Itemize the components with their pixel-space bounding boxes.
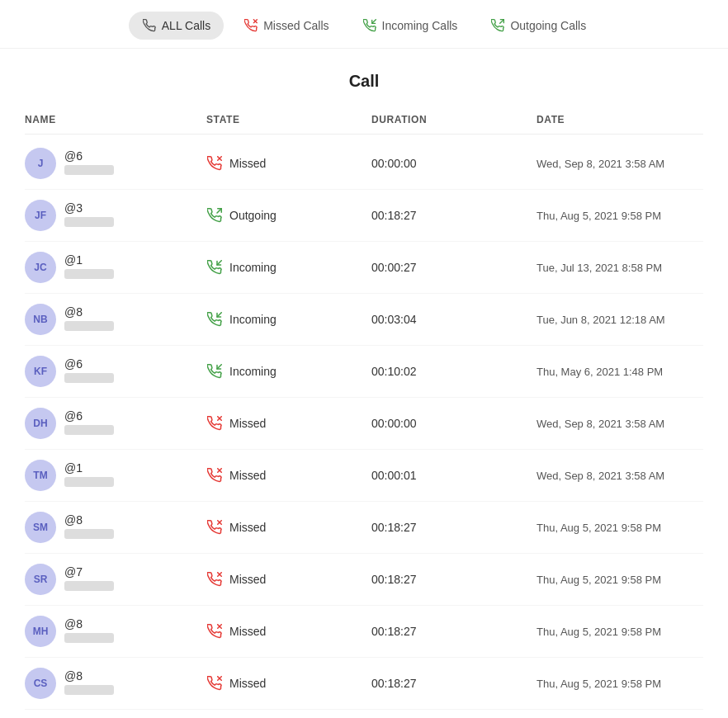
svg-line-9 bbox=[217, 365, 221, 369]
avatar: MH bbox=[25, 616, 56, 647]
col-header-date: DATE bbox=[537, 114, 703, 125]
col-header-state: STATE bbox=[206, 114, 371, 125]
state-icon-missed bbox=[206, 623, 223, 640]
date-cell: Thu, Aug 5, 2021 9:58 PM bbox=[537, 210, 703, 222]
state-cell: Missed bbox=[206, 415, 371, 432]
date-cell: Wed, Sep 8, 2021 3:58 AM bbox=[537, 418, 703, 430]
phone-number-blur bbox=[64, 165, 114, 175]
table-row[interactable]: NB @8 Incoming 00:03:04 Tue, Jun 8, 2021… bbox=[25, 294, 703, 346]
table-row[interactable]: KF @6 Incoming 00:10:02 Thu, May 6, 2021… bbox=[25, 346, 703, 398]
duration-cell: 00:18:27 bbox=[371, 677, 537, 690]
duration-cell: 00:18:27 bbox=[371, 209, 537, 222]
name-cell: SM @8 bbox=[25, 512, 206, 543]
table-row[interactable]: MH @8 Missed 00:18:27 Thu, Aug 5, 2021 9… bbox=[25, 606, 703, 658]
svg-line-7 bbox=[217, 261, 221, 265]
date-cell: Thu, Aug 5, 2021 9:58 PM bbox=[537, 522, 703, 534]
date-cell: Thu, Aug 5, 2021 9:58 PM bbox=[537, 626, 703, 638]
name-info: @8 bbox=[64, 669, 114, 697]
table-row[interactable]: DH @6 Missed 00:00:00 Wed, Sep 8, 2021 3… bbox=[25, 398, 703, 450]
table-row[interactable]: SM @8 Missed 00:18:27 Thu, Aug 5, 2021 9… bbox=[25, 502, 703, 554]
phone-incoming-icon bbox=[362, 18, 377, 33]
table-row[interactable]: CS @8 Missed 00:18:27 Thu, Aug 5, 2021 9… bbox=[25, 658, 703, 710]
contact-name: @7 bbox=[64, 565, 114, 579]
state-label: Incoming bbox=[229, 313, 277, 326]
state-icon-missed bbox=[206, 675, 223, 692]
contact-name: @8 bbox=[64, 669, 114, 683]
duration-cell: 00:18:27 bbox=[371, 521, 537, 534]
contact-name: @8 bbox=[64, 305, 114, 319]
state-label: Outgoing bbox=[229, 209, 277, 222]
contact-name: @6 bbox=[64, 409, 114, 423]
duration-cell: 00:10:02 bbox=[371, 365, 537, 378]
table-header: NAME STATE DURATION DATE bbox=[25, 107, 703, 135]
tab-all-calls[interactable]: ALL Calls bbox=[129, 12, 224, 40]
state-icon-incoming bbox=[206, 311, 223, 328]
table-row[interactable]: JC @1 Incoming 00:00:27 Tue, Jul 13, 202… bbox=[25, 242, 703, 294]
state-icon-incoming bbox=[206, 363, 223, 380]
tab-all-calls-label: ALL Calls bbox=[162, 19, 210, 32]
avatar: JF bbox=[25, 200, 56, 231]
contact-name: @8 bbox=[64, 617, 114, 631]
phone-number-blur bbox=[64, 321, 114, 331]
state-icon-missed bbox=[206, 571, 223, 588]
name-cell: MH @8 bbox=[25, 616, 206, 647]
svg-line-3 bbox=[500, 20, 504, 24]
duration-cell: 00:18:27 bbox=[371, 625, 537, 638]
duration-cell: 00:00:27 bbox=[371, 261, 537, 274]
phone-number-blur bbox=[64, 477, 114, 487]
tab-missed-calls[interactable]: Missed Calls bbox=[230, 12, 342, 40]
tab-incoming-calls[interactable]: Incoming Calls bbox=[349, 12, 471, 40]
col-header-name: NAME bbox=[25, 114, 206, 125]
name-info: @1 bbox=[64, 461, 114, 489]
state-label: Missed bbox=[229, 417, 266, 430]
name-cell: NB @8 bbox=[25, 304, 206, 335]
avatar: KF bbox=[25, 356, 56, 387]
state-label: Missed bbox=[229, 573, 266, 586]
name-info: @8 bbox=[64, 617, 114, 645]
date-cell: Tue, Jul 13, 2021 8:58 PM bbox=[537, 262, 703, 274]
phone-number-blur bbox=[64, 269, 114, 279]
state-icon-missed bbox=[206, 155, 223, 172]
name-info: @8 bbox=[64, 305, 114, 333]
table-row[interactable]: SB @2 Outgoing 00:18:27 Thu, Aug 5, 2021… bbox=[25, 710, 703, 718]
contact-name: @1 bbox=[64, 461, 114, 475]
table-row[interactable]: SR @7 Missed 00:18:27 Thu, Aug 5, 2021 9… bbox=[25, 554, 703, 606]
state-label: Incoming bbox=[229, 365, 277, 378]
duration-cell: 00:18:27 bbox=[371, 573, 537, 586]
tab-outgoing-calls-label: Outgoing Calls bbox=[510, 19, 586, 32]
phone-missed-icon bbox=[243, 18, 258, 33]
state-icon-missed bbox=[206, 415, 223, 432]
state-icon-incoming bbox=[206, 259, 223, 276]
duration-cell: 00:00:00 bbox=[371, 157, 537, 170]
state-cell: Incoming bbox=[206, 311, 371, 328]
name-info: @1 bbox=[64, 253, 114, 281]
svg-line-6 bbox=[217, 209, 221, 213]
date-cell: Wed, Sep 8, 2021 3:58 AM bbox=[537, 470, 703, 482]
page-title: Call bbox=[0, 49, 728, 107]
date-cell: Thu, Aug 5, 2021 9:58 PM bbox=[537, 678, 703, 690]
table-row[interactable]: JF @3 Outgoing 00:18:27 Thu, Aug 5, 2021… bbox=[25, 190, 703, 242]
state-label: Missed bbox=[229, 521, 266, 534]
table-row[interactable]: J @6 Missed 00:00:00 Wed, Sep 8, 2021 3:… bbox=[25, 138, 703, 190]
state-label: Missed bbox=[229, 677, 266, 690]
date-cell: Wed, Sep 8, 2021 3:58 AM bbox=[537, 158, 703, 170]
date-cell: Thu, May 6, 2021 1:48 PM bbox=[537, 366, 703, 378]
avatar: TM bbox=[25, 460, 56, 491]
avatar: NB bbox=[25, 304, 56, 335]
state-label: Incoming bbox=[229, 261, 277, 274]
tab-outgoing-calls[interactable]: Outgoing Calls bbox=[477, 12, 599, 40]
name-cell: CS @8 bbox=[25, 668, 206, 699]
phone-number-blur bbox=[64, 217, 114, 227]
name-cell: DH @6 bbox=[25, 408, 206, 439]
svg-line-8 bbox=[217, 313, 221, 317]
state-cell: Missed bbox=[206, 155, 371, 172]
tab-incoming-calls-label: Incoming Calls bbox=[382, 19, 458, 32]
state-icon-missed bbox=[206, 519, 223, 536]
name-cell: KF @6 bbox=[25, 356, 206, 387]
table-row[interactable]: TM @1 Missed 00:00:01 Wed, Sep 8, 2021 3… bbox=[25, 450, 703, 502]
phone-number-blur bbox=[64, 425, 114, 435]
contact-name: @6 bbox=[64, 149, 114, 163]
phone-number-blur bbox=[64, 581, 114, 591]
phone-all-icon bbox=[142, 18, 157, 33]
name-cell: SR @7 bbox=[25, 564, 206, 595]
